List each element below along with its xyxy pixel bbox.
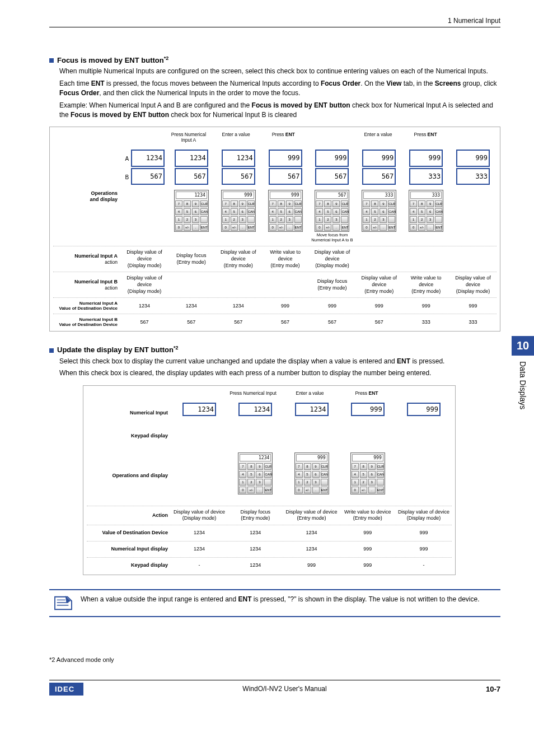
note-icon: [53, 595, 74, 612]
chapter-number: 10: [512, 336, 534, 356]
footer-logo: IDEC: [49, 683, 83, 696]
d1-col-header: [118, 132, 165, 145]
d2-kp-cell: [171, 448, 227, 504]
table-cell: 1234: [215, 300, 262, 312]
table-cell: Write value to device (Entry mode): [402, 274, 449, 296]
table-cell: 999: [396, 527, 452, 539]
d1-valA-label: Numerical Input A Value of Destination D…: [53, 300, 121, 312]
d1-labA: Numerical Input A action: [53, 248, 121, 270]
d2-lab-action: Action: [87, 508, 171, 523]
table-cell: [402, 248, 449, 270]
table-cell: 1234: [283, 527, 339, 539]
note-text: When a value outside the input range is …: [81, 595, 479, 604]
d1-display-col: 999333: [449, 149, 496, 244]
table-cell: 1234: [168, 300, 215, 312]
table-cell: 999: [309, 300, 356, 312]
keypad: 999789CLR456CAN1230+/-.ENT: [350, 452, 385, 494]
table-cell: 999: [283, 559, 339, 572]
table-cell: 999: [449, 300, 496, 312]
table-cell: 999: [402, 300, 449, 312]
d2-lab-ops: Operations and display: [87, 448, 171, 504]
d2-lab-ni: Numerical Input: [87, 402, 171, 424]
page-header: 1 Numerical Input: [49, 17, 500, 27]
table-cell: 999: [396, 543, 452, 556]
d2-kp-cell: 999789CLR456CAN1230+/-.ENT: [283, 448, 339, 504]
d1-display-col: 999567567789CLR456CAN1230+/-.ENTMove foc…: [309, 149, 356, 244]
keypad: 999789CLR456CAN1230+/-.ENT: [294, 452, 329, 494]
table-cell: Display value of device (Entry mode): [283, 508, 339, 523]
d1-col-header: Press Numerical Input A: [165, 132, 213, 145]
table-cell: 567: [262, 316, 309, 328]
table-cell: Write value to device (Entry mode): [262, 248, 309, 270]
section2-para1: Select this check box to display the cur…: [59, 357, 500, 366]
table-cell: Display value of device (Entry mode): [355, 274, 402, 296]
section1-para2: Each time ENT is pressed, the focus move…: [59, 79, 500, 99]
keypad: 999789CLR456CAN1230+/-.ENT: [268, 190, 303, 232]
diagram1: Press Numerical Input AEnter a valuePres…: [49, 127, 500, 332]
d2-lab-kpd: Keypad display: [87, 559, 171, 572]
d2-kp-cell: 999789CLR456CAN1230+/-.ENT: [340, 448, 396, 504]
table-cell: 567: [121, 316, 168, 328]
d2-col-header: Enter a value: [282, 390, 338, 398]
d2-ni-cell: 999: [396, 402, 452, 424]
bullet-icon: [49, 58, 54, 63]
section1-para1: When multiple Numerical Inputs are confi…: [59, 67, 500, 76]
d1-col-header: Enter a value: [212, 132, 260, 145]
keypad: 567789CLR456CAN1230+/-.ENT: [315, 190, 349, 232]
table-cell: Display focus (Entry mode): [227, 508, 283, 523]
table-cell: 999: [355, 300, 402, 312]
d2-ni-cell: 1234: [227, 402, 283, 424]
table-cell: Display value of device (Entry mode): [215, 248, 262, 270]
d2-col-header: Press ENT: [338, 390, 395, 398]
table-cell: 333: [402, 316, 449, 328]
d2-col-header: [168, 390, 224, 398]
table-cell: 999: [340, 543, 396, 556]
d1-col-header: Press ENT: [260, 132, 307, 145]
section-breadcrumb: 1 Numerical Input: [448, 17, 500, 25]
d1-valB-label: Numerical Input B Value of Destination D…: [53, 316, 121, 328]
table-cell: 999: [262, 300, 309, 312]
table-cell: 567: [309, 316, 356, 328]
d2-kp-cell: [396, 448, 452, 504]
table-cell: [168, 274, 215, 296]
d2-col-header: [395, 390, 452, 398]
section2-title-text: Update the display by ENT button: [57, 346, 174, 354]
footer-center: WindO/I-NV2 User's Manual: [242, 685, 326, 693]
table-cell: 1234: [121, 300, 168, 312]
keypad: 1234789CLR456CAN1230+/-.ENT: [238, 452, 273, 494]
keypad: 1234789CLR456CAN1230+/-.ENT: [174, 190, 209, 232]
table-cell: 567: [215, 316, 262, 328]
d1-display-col: 999567333789CLR456CAN1230+/-.ENT: [355, 149, 402, 244]
d1-display-col: 999567999789CLR456CAN1230+/-.ENT: [262, 149, 309, 244]
d1-display-col: A1234B567: [121, 149, 168, 244]
table-cell: Write value to device (Entry mode): [340, 508, 396, 523]
table-cell: [262, 274, 309, 296]
footnote: *2 Advanced mode only: [49, 656, 500, 663]
d1-col-header: Press ENT: [402, 132, 449, 145]
table-cell: Display value of device (Display mode): [449, 274, 496, 296]
table-cell: 1234: [283, 543, 339, 556]
table-cell: Display focus (Entry mode): [168, 248, 215, 270]
keypad: 333789CLR456CAN1230+/-.ENT: [409, 190, 443, 232]
d1-col-header: [449, 132, 496, 145]
note-box: When a value outside the input range is …: [49, 589, 500, 617]
section2-title: Update the display by ENT button*2: [57, 345, 179, 354]
section1-example: Example: When Numerical Input A and B ar…: [59, 101, 500, 120]
table-cell: 1234: [227, 543, 283, 556]
section1-title-text: Focus is moved by ENT button: [57, 56, 164, 64]
table-cell: [355, 248, 402, 270]
d1-display-col: 999333333789CLR456CAN1230+/-.ENT: [402, 149, 449, 244]
table-cell: 1234: [227, 527, 283, 539]
d2-ni-cell: 999: [340, 402, 396, 424]
table-cell: Display value of device (Display mode): [309, 248, 356, 270]
section1-title-sup: *2: [164, 55, 169, 61]
table-cell: Display value of device (Display mode): [171, 508, 227, 523]
d1-display-col: 1234567999789CLR456CAN1230+/-.ENT: [215, 149, 262, 244]
chapter-tab: 10 Data Displays: [512, 336, 534, 417]
bullet-icon: [49, 348, 54, 353]
d2-lab-nid: Numerical Input display: [87, 543, 171, 556]
keypad: 999789CLR456CAN1230+/-.ENT: [221, 190, 256, 232]
table-cell: Display value of device (Display mode): [121, 248, 168, 270]
section2-title-sup: *2: [174, 345, 179, 351]
table-cell: -: [396, 559, 452, 572]
